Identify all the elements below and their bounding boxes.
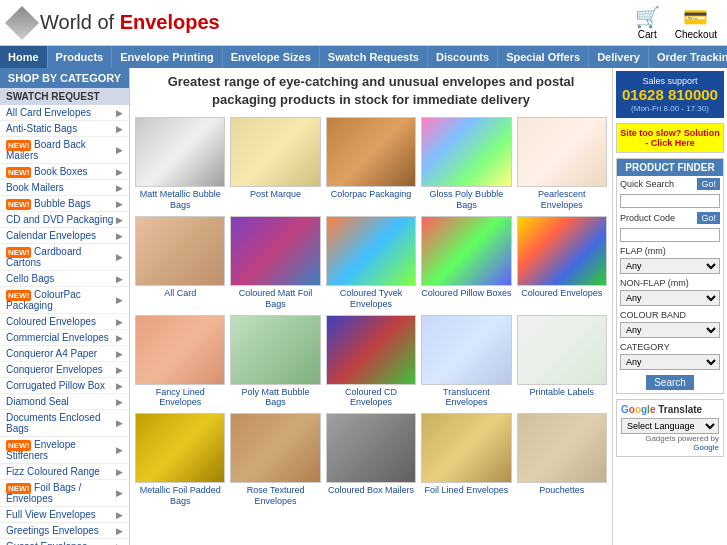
- quick-search-input[interactable]: [620, 194, 720, 208]
- product-item[interactable]: Gloss Poly Bubble Bags: [421, 117, 511, 211]
- sidebar-item[interactable]: Calendar Envelopes▶: [0, 228, 129, 244]
- product-image: [326, 117, 416, 187]
- product-item[interactable]: Coloured Envelopes: [517, 216, 607, 310]
- product-item[interactable]: Coloured CD Envelopes: [326, 315, 416, 409]
- product-item[interactable]: Colorpac Packaging: [326, 117, 416, 211]
- sidebar-item[interactable]: Commercial Envelopes▶: [0, 330, 129, 346]
- sidebar-item[interactable]: Gusset Envelopes▶: [0, 539, 129, 545]
- sidebar-item[interactable]: Conqueror Envelopes▶: [0, 362, 129, 378]
- product-item[interactable]: Coloured Tyvek Envelopes: [326, 216, 416, 310]
- nav: Home Products Envelope Printing Envelope…: [0, 46, 727, 68]
- quick-search-go-button[interactable]: Go!: [697, 178, 720, 190]
- arrow-icon: ▶: [116, 274, 123, 284]
- product-item[interactable]: Coloured Matt Foil Bags: [230, 216, 320, 310]
- sidebar-item[interactable]: NEW! Book Boxes▶: [0, 164, 129, 180]
- sidebar-item[interactable]: NEW! ColourPac Packaging▶: [0, 287, 129, 314]
- product-item[interactable]: Coloured Box Mailers: [326, 413, 416, 507]
- colour-band-select[interactable]: Any: [620, 322, 720, 338]
- nav-item-products[interactable]: Products: [48, 46, 113, 68]
- product-name: Metallic Foil Padded Bags: [135, 485, 225, 507]
- cart-label: Cart: [638, 29, 657, 40]
- product-item[interactable]: All Card: [135, 216, 225, 310]
- site-slow-button[interactable]: Site too slow? Solution - Click Here: [616, 123, 724, 153]
- product-image: [326, 216, 416, 286]
- product-name: Coloured Tyvek Envelopes: [326, 288, 416, 310]
- product-name: Coloured Box Mailers: [326, 485, 416, 496]
- nav-item-envelope-printing[interactable]: Envelope Printing: [112, 46, 223, 68]
- colour-band-row: Any: [617, 320, 723, 340]
- product-name: Coloured Envelopes: [517, 288, 607, 299]
- nav-item-swatch[interactable]: Swatch Requests: [320, 46, 428, 68]
- sidebar-item[interactable]: CD and DVD Packaging▶: [0, 212, 129, 228]
- sidebar-item[interactable]: NEW! Foil Bags / Envelopes▶: [0, 480, 129, 507]
- product-name: Pouchettes: [517, 485, 607, 496]
- flap-select[interactable]: Any: [620, 258, 720, 274]
- nav-item-envelope-sizes[interactable]: Envelope Sizes: [223, 46, 320, 68]
- product-image: [230, 315, 320, 385]
- category-select[interactable]: Any: [620, 354, 720, 370]
- logo-text: World of Envelopes: [40, 11, 220, 34]
- product-image: [517, 413, 607, 483]
- colour-band-label: COLOUR BAND: [617, 308, 723, 320]
- google-link[interactable]: Google: [693, 443, 719, 452]
- sidebar-item[interactable]: NEW! Board Back Mailers▶: [0, 137, 129, 164]
- non-flap-select[interactable]: Any: [620, 290, 720, 306]
- nav-item-special-offers[interactable]: Special Offers: [498, 46, 589, 68]
- nav-item-order-tracking[interactable]: Order Tracking: [649, 46, 727, 68]
- product-item[interactable]: Coloured Pillow Boxes: [421, 216, 511, 310]
- product-item[interactable]: Matt Metallic Bubble Bags: [135, 117, 225, 211]
- sidebar-item[interactable]: NEW! Envelope Stiffeners▶: [0, 437, 129, 464]
- sidebar-item[interactable]: Conqueror A4 Paper▶: [0, 346, 129, 362]
- product-item[interactable]: Pouchettes: [517, 413, 607, 507]
- category-row: Any: [617, 352, 723, 372]
- sidebar-item[interactable]: Diamond Seal▶: [0, 394, 129, 410]
- arrow-icon: ▶: [116, 445, 123, 455]
- arrow-icon: ▶: [116, 467, 123, 477]
- product-item[interactable]: Foil Lined Envelopes: [421, 413, 511, 507]
- product-item[interactable]: Rose Textured Envelopes: [230, 413, 320, 507]
- product-item[interactable]: Poly Matt Bubble Bags: [230, 315, 320, 409]
- sidebar-item[interactable]: Coloured Envelopes▶: [0, 314, 129, 330]
- product-image: [230, 117, 320, 187]
- quick-search-input-row: [617, 192, 723, 210]
- sidebar-item[interactable]: Anti-Static Bags▶: [0, 121, 129, 137]
- product-image: [135, 413, 225, 483]
- sidebar-item[interactable]: Full View Envelopes▶: [0, 507, 129, 523]
- product-finder: PRODUCT FINDER Quick Search Go! Product …: [616, 158, 724, 394]
- language-select[interactable]: Select Language: [621, 418, 719, 434]
- sidebar-item[interactable]: NEW! Cardboard Cartons▶: [0, 244, 129, 271]
- product-code-row: Product Code Go!: [617, 210, 723, 226]
- product-code-go-button[interactable]: Go!: [697, 212, 720, 224]
- google-translate: Google Translate Select Language Gadgets…: [616, 399, 724, 457]
- nav-item-discounts[interactable]: Discounts: [428, 46, 498, 68]
- product-item[interactable]: Printable Labels: [517, 315, 607, 409]
- category-label: CATEGORY: [617, 340, 723, 352]
- sidebar-item[interactable]: NEW! Bubble Bags▶: [0, 196, 129, 212]
- product-item[interactable]: Fancy Lined Envelopes: [135, 315, 225, 409]
- checkout-area[interactable]: 💳 Checkout: [675, 5, 717, 40]
- sidebar-item[interactable]: Greetings Envelopes▶: [0, 523, 129, 539]
- product-item[interactable]: Translucent Envelopes: [421, 315, 511, 409]
- product-code-input-row: [617, 226, 723, 244]
- product-grid: Matt Metallic Bubble Bags Post Marque Co…: [135, 117, 607, 506]
- main-layout: SHOP BY CATEGORY SWATCH REQUEST All Card…: [0, 68, 727, 545]
- arrow-icon: ▶: [116, 526, 123, 536]
- search-button[interactable]: Search: [646, 375, 694, 390]
- cart-area[interactable]: 🛒 Cart: [635, 5, 660, 40]
- sidebar-item[interactable]: Book Mailers▶: [0, 180, 129, 196]
- nav-item-home[interactable]: Home: [0, 46, 48, 68]
- product-item[interactable]: Post Marque: [230, 117, 320, 211]
- arrow-icon: ▶: [116, 333, 123, 343]
- sidebar-item[interactable]: Cello Bags▶: [0, 271, 129, 287]
- product-code-input[interactable]: [620, 228, 720, 242]
- sidebar-item[interactable]: Corrugated Pillow Box▶: [0, 378, 129, 394]
- arrow-icon: ▶: [116, 145, 123, 155]
- nav-item-delivery[interactable]: Delivery: [589, 46, 649, 68]
- product-item[interactable]: Metallic Foil Padded Bags: [135, 413, 225, 507]
- main-content: Greatest range of eye-catching and unusu…: [130, 68, 612, 545]
- sidebar-item[interactable]: Documents Enclosed Bags▶: [0, 410, 129, 437]
- sidebar-item[interactable]: All Card Envelopes▶: [0, 105, 129, 121]
- product-image: [517, 117, 607, 187]
- product-item[interactable]: Pearlescent Envelopes: [517, 117, 607, 211]
- sidebar-item[interactable]: Fizz Coloured Range▶: [0, 464, 129, 480]
